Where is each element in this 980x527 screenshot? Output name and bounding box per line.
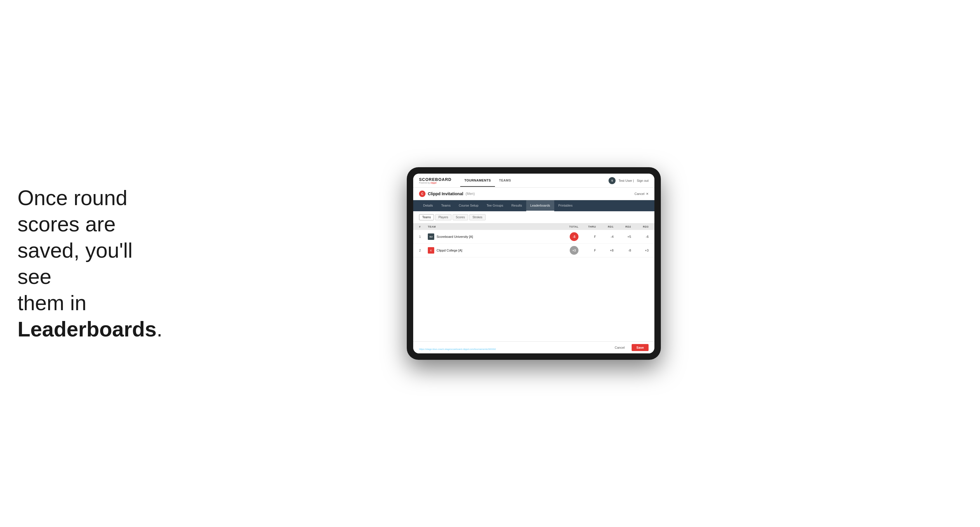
text-line2: scores are (18, 213, 116, 236)
sign-out-link[interactable]: Sign out (637, 179, 649, 183)
rd3-1: -6 (631, 235, 649, 238)
footer-url: https://stage-blue-coach.stagescoarboard… (419, 348, 496, 351)
rd2-1: +5 (614, 235, 631, 238)
cancel-button[interactable]: Cancel (611, 344, 629, 351)
nav-tournaments[interactable]: TOURNAMENTS (460, 175, 495, 187)
table-header: # TEAM TOTAL THRU RD1 RD2 RD3 (413, 224, 654, 230)
tournament-title-area: C Clippd Invitational (Men) (419, 190, 475, 197)
filter-players[interactable]: Players (435, 214, 451, 220)
total-cell-2: +3 (555, 246, 579, 255)
header-right: S Test User | Sign out (609, 177, 649, 184)
tab-leaderboards[interactable]: Leaderboards (526, 200, 554, 211)
col-team: TEAM (428, 225, 555, 228)
score-badge-1: -5 (570, 232, 579, 241)
col-rd3: RD3 (631, 225, 649, 228)
filter-scores[interactable]: Scores (453, 214, 468, 220)
team-logo-2: C (428, 247, 434, 254)
team-name-1: Scoreboard University [A] (437, 235, 473, 238)
tab-details[interactable]: Details (419, 200, 437, 211)
main-nav: TOURNAMENTS TEAMS (460, 175, 515, 187)
score-badge-2: +3 (570, 246, 579, 255)
filter-teams[interactable]: Teams (419, 214, 434, 220)
page-wrapper: Once round scores are saved, you'll see … (0, 0, 980, 527)
team-name-2: Clippd College [A] (437, 249, 462, 252)
tab-printables[interactable]: Printables (554, 200, 577, 211)
nav-teams[interactable]: TEAMS (495, 175, 515, 187)
text-line4: them in (18, 291, 86, 314)
tab-course-setup[interactable]: Course Setup (455, 200, 482, 211)
text-line3: saved, you'll see (18, 239, 132, 288)
team-cell-1: SU Scoreboard University [A] (428, 233, 555, 240)
rd1-2: +8 (596, 249, 614, 252)
col-rank: # (419, 225, 428, 228)
header-left: SCOREBOARD Powered by clippd TOURNAMENTS… (419, 175, 515, 187)
rank-2: 2 (419, 249, 428, 252)
tab-teams[interactable]: Teams (437, 200, 455, 211)
tablet-device: SCOREBOARD Powered by clippd TOURNAMENTS… (407, 167, 661, 360)
tournament-title: Clippd Invitational (428, 191, 463, 196)
tournament-gender: (Men) (466, 192, 474, 196)
rd3-2: +3 (631, 249, 649, 252)
app-header: SCOREBOARD Powered by clippd TOURNAMENTS… (413, 174, 654, 187)
col-total: TOTAL (555, 225, 579, 228)
tournament-icon: C (419, 190, 425, 197)
logo-area: SCOREBOARD Powered by clippd (419, 177, 452, 184)
tab-tee-groups[interactable]: Tee Groups (482, 200, 507, 211)
text-line5-end: . (156, 317, 162, 341)
text-line1: Once round (18, 186, 127, 210)
logo-text: SCOREBOARD (419, 177, 452, 182)
tabs-bar: Details Teams Course Setup Tee Groups Re… (413, 200, 654, 211)
leaderboard-table: # TEAM TOTAL THRU RD1 RD2 RD3 1 SU Score… (413, 224, 654, 341)
tab-results[interactable]: Results (507, 200, 526, 211)
user-name: Test User | (619, 179, 634, 183)
sub-filters: Teams Players Scores Strokes (413, 211, 654, 224)
thru-1: F (579, 235, 596, 238)
save-button[interactable]: Save (632, 344, 649, 351)
team-cell-2: C Clippd College [A] (428, 247, 555, 254)
rd1-1: -4 (596, 235, 614, 238)
cancel-x-button[interactable]: Cancel ✕ (635, 192, 649, 196)
left-text-block: Once round scores are saved, you'll see … (18, 185, 169, 342)
col-rd2: RD2 (614, 225, 631, 228)
tablet-screen: SCOREBOARD Powered by clippd TOURNAMENTS… (413, 174, 654, 353)
logo-powered-brand: clippd (430, 182, 437, 184)
rank-1: 1 (419, 235, 428, 238)
col-thru: THRU (579, 225, 596, 228)
tournament-header: C Clippd Invitational (Men) Cancel ✕ (413, 187, 654, 200)
logo-powered: Powered by clippd (419, 182, 452, 184)
app-footer: https://stage-blue-coach.stagescoarboard… (413, 341, 654, 353)
table-row: 2 C Clippd College [A] +3 F +8 -8 +3 (413, 244, 654, 257)
thru-2: F (579, 249, 596, 252)
table-row: 1 SU Scoreboard University [A] -5 F -4 +… (413, 230, 654, 244)
avatar: S (609, 177, 616, 184)
rd2-2: -8 (614, 249, 631, 252)
col-rd1: RD1 (596, 225, 614, 228)
team-logo-1: SU (428, 233, 434, 240)
close-icon: ✕ (646, 192, 649, 196)
text-line5-bold: Leaderboards (18, 317, 156, 341)
total-cell-1: -5 (555, 232, 579, 241)
filter-strokes[interactable]: Strokes (469, 214, 485, 220)
